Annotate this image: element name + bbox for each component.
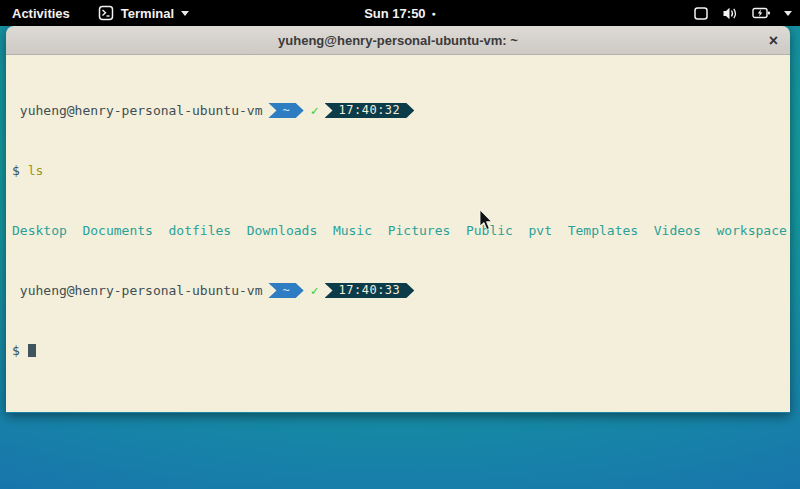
prompt-line: yuheng@henry-personal-ubuntu-vm ~ ✓ 17:4…: [12, 103, 790, 118]
terminal-cursor: [28, 344, 36, 357]
prompt-symbol: $: [12, 163, 28, 178]
check-icon: ✓: [311, 283, 319, 298]
directory-name: Pictures: [388, 223, 451, 238]
display-icon: [693, 6, 709, 21]
clock-label: Sun 17:50: [364, 6, 425, 21]
directory-name: Music: [333, 223, 372, 238]
directory-name: Videos: [654, 223, 701, 238]
window-titlebar[interactable]: yuheng@henry-personal-ubuntu-vm: ~ ×: [6, 26, 790, 55]
prompt-path-segment: ~: [268, 103, 303, 118]
prompt-symbol: $: [12, 343, 20, 358]
directory-name: Desktop: [12, 223, 67, 238]
window-title: yuheng@henry-personal-ubuntu-vm: ~: [278, 33, 518, 48]
prompt-line: yuheng@henry-personal-ubuntu-vm ~ ✓ 17:4…: [12, 283, 790, 298]
top-bar: Activities Terminal Sun 17:50 ●: [0, 0, 800, 26]
terminal-content[interactable]: yuheng@henry-personal-ubuntu-vm ~ ✓ 17:4…: [6, 55, 790, 412]
check-icon: ✓: [311, 103, 319, 118]
directory-name: Downloads: [247, 223, 317, 238]
command-line-current: $: [12, 343, 790, 358]
app-menu-label: Terminal: [121, 6, 174, 21]
directory-name: pvt: [529, 223, 552, 238]
directory-name: Documents: [82, 223, 152, 238]
prompt-path-segment: ~: [268, 283, 303, 298]
prompt-time-segment: 17:40:33: [325, 283, 415, 298]
command-line: $ ls: [12, 163, 790, 178]
clock-menu[interactable]: Sun 17:50 ●: [364, 6, 436, 21]
prompt-user: yuheng@henry-personal-ubuntu-vm: [12, 103, 262, 118]
directory-name: Templates: [568, 223, 638, 238]
mouse-cursor-icon: [479, 210, 493, 235]
chevron-down-icon: [181, 11, 189, 16]
terminal-app-icon: [98, 5, 114, 21]
terminal-window: yuheng@henry-personal-ubuntu-vm: ~ × yuh…: [6, 26, 790, 413]
prompt-time-segment: 17:40:32: [325, 103, 415, 118]
prompt-user: yuheng@henry-personal-ubuntu-vm: [12, 283, 262, 298]
notification-dot-icon: ●: [432, 10, 436, 17]
directory-name: workspace: [716, 223, 786, 238]
directory-name: dotfiles: [169, 223, 232, 238]
volume-icon: [722, 6, 739, 21]
close-icon[interactable]: ×: [769, 26, 778, 55]
activities-button[interactable]: Activities: [12, 6, 70, 21]
battery-charging-icon: [752, 6, 771, 20]
command-text: ls: [28, 163, 44, 178]
app-menu-terminal[interactable]: Terminal: [98, 5, 189, 21]
ls-output: DesktopDocumentsdotfilesDownloadsMusicPi…: [12, 223, 790, 238]
system-tray-menu[interactable]: [693, 6, 792, 21]
chevron-down-icon: [784, 11, 792, 16]
